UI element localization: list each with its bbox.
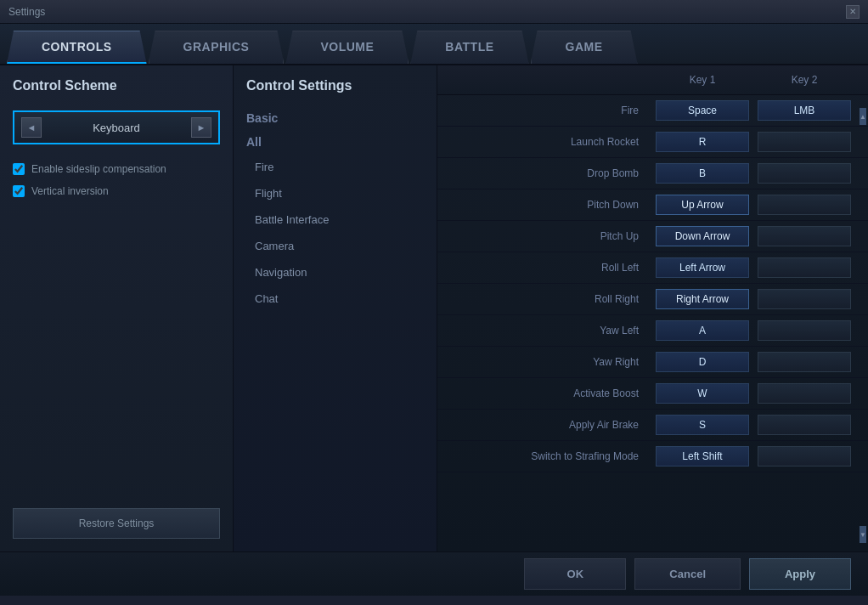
tab-volume[interactable]: Volume	[285, 31, 409, 64]
key1-button[interactable]: Space	[656, 100, 749, 121]
bottom-bar: OK Cancel Apply	[0, 551, 868, 596]
table-row: FireSpaceLMB	[437, 95, 868, 127]
key2-button[interactable]	[758, 132, 851, 152]
title-bar-text: Settings	[8, 6, 45, 18]
ok-button[interactable]: OK	[524, 558, 626, 590]
key2-button[interactable]	[758, 320, 851, 341]
keyboard-selector: ◄ Keyboard ►	[13, 110, 220, 144]
table-row: Roll LeftLeft Arrow	[437, 252, 868, 284]
table-row: Pitch DownUp Arrow	[437, 189, 868, 221]
category-chat[interactable]: Chat	[234, 286, 437, 312]
key1-button[interactable]: Left Arrow	[656, 257, 749, 278]
table-row: Drop BombB	[437, 158, 868, 189]
key-action-label: Launch Rocket	[450, 136, 651, 148]
table-row: Activate BoostW	[437, 378, 868, 410]
key1-button[interactable]: Right Arrow	[656, 289, 749, 309]
keys-header: Key 1 Key 2	[437, 65, 868, 95]
tab-graphics[interactable]: Graphics	[149, 31, 285, 64]
category-flight[interactable]: Flight	[234, 180, 437, 206]
key2-button[interactable]	[758, 352, 851, 372]
category-fire[interactable]: Fire	[234, 154, 437, 180]
apply-button[interactable]: Apply	[749, 558, 851, 590]
keyboard-label: Keyboard	[48, 122, 184, 134]
key2-button[interactable]	[758, 289, 851, 309]
category-navigation[interactable]: Navigation	[234, 259, 437, 286]
key-action-label: Activate Boost	[450, 387, 651, 399]
tab-controls[interactable]: Controls	[7, 31, 147, 64]
key2-button[interactable]	[758, 226, 851, 246]
category-battle-interface[interactable]: Battle Interface	[234, 206, 437, 233]
table-row: Roll RightRight Arrow	[437, 284, 868, 315]
restore-settings-button[interactable]: Restore Settings	[13, 508, 220, 539]
key1-button[interactable]: A	[656, 320, 749, 341]
key-action-label: Switch to Strafing Mode	[450, 450, 651, 462]
cancel-button[interactable]: Cancel	[634, 558, 741, 590]
key1-button[interactable]: Left Shift	[656, 446, 749, 466]
key2-button[interactable]	[758, 257, 851, 278]
key-rows-container: FireSpaceLMBLaunch RocketRDrop BombBPitc…	[437, 95, 868, 472]
key1-button[interactable]: W	[656, 383, 749, 404]
key1-button[interactable]: Down Arrow	[656, 226, 749, 246]
key2-button[interactable]	[758, 383, 851, 404]
key1-button[interactable]: Up Arrow	[656, 195, 749, 215]
key-action-label: Apply Air Brake	[450, 419, 651, 431]
key1-button[interactable]: R	[656, 132, 749, 152]
table-row: Launch RocketR	[437, 127, 868, 158]
right-panel: Key 1 Key 2 FireSpaceLMBLaunch RocketRDr…	[437, 65, 868, 551]
key-action-label: Pitch Up	[450, 230, 651, 242]
key-action-label: Roll Left	[450, 262, 651, 274]
sideslip-compensation-checkbox[interactable]: Enable sideslip compensation	[13, 163, 220, 175]
vertical-inversion-checkbox[interactable]: Vertical inversion	[13, 185, 220, 197]
tab-bar: Controls Graphics Volume Battle Game	[0, 24, 868, 65]
key-action-label: Pitch Down	[450, 199, 651, 211]
key1-button[interactable]: B	[656, 163, 749, 184]
keyboard-next-button[interactable]: ►	[191, 117, 211, 138]
key2-button[interactable]: LMB	[758, 100, 851, 121]
tab-battle[interactable]: Battle	[410, 31, 528, 64]
table-row: Yaw RightD	[437, 347, 868, 378]
control-scheme-title: Control Scheme	[13, 78, 220, 93]
key-action-label: Yaw Right	[450, 356, 651, 368]
key2-button[interactable]	[758, 446, 851, 466]
key1-button[interactable]: S	[656, 415, 749, 435]
category-all[interactable]: All	[234, 130, 437, 154]
table-row: Pitch UpDown Arrow	[437, 221, 868, 252]
tab-game[interactable]: Game	[531, 31, 638, 64]
key-action-label: Drop Bomb	[450, 167, 651, 179]
key2-button[interactable]	[758, 415, 851, 435]
category-camera[interactable]: Camera	[234, 233, 437, 259]
scroll-down-icon[interactable]: ▼	[860, 526, 866, 543]
key1-button[interactable]: D	[656, 352, 749, 372]
table-row: Yaw LeftA	[437, 315, 868, 347]
key2-button[interactable]	[758, 163, 851, 184]
main-content: Control Scheme ◄ Keyboard ► Enable sides…	[0, 65, 868, 551]
key1-header: Key 1	[651, 74, 753, 86]
close-button[interactable]: ✕	[846, 5, 860, 19]
scroll-up-icon[interactable]: ▲	[860, 108, 866, 125]
table-row: Apply Air BrakeS	[437, 410, 868, 441]
key2-header: Key 2	[753, 74, 855, 86]
key-action-label: Roll Right	[450, 293, 651, 305]
title-bar: Settings ✕	[0, 0, 868, 24]
table-row: Switch to Strafing ModeLeft Shift	[437, 441, 868, 472]
left-panel: Control Scheme ◄ Keyboard ► Enable sides…	[0, 65, 234, 551]
key2-button[interactable]	[758, 195, 851, 215]
category-basic[interactable]: Basic	[234, 106, 437, 130]
key-action-label: Yaw Left	[450, 325, 651, 336]
middle-panel: Control Settings Basic All Fire Flight B…	[234, 65, 437, 551]
control-settings-title: Control Settings	[234, 78, 437, 106]
keyboard-prev-button[interactable]: ◄	[21, 117, 42, 138]
key-action-label: Fire	[450, 105, 651, 116]
